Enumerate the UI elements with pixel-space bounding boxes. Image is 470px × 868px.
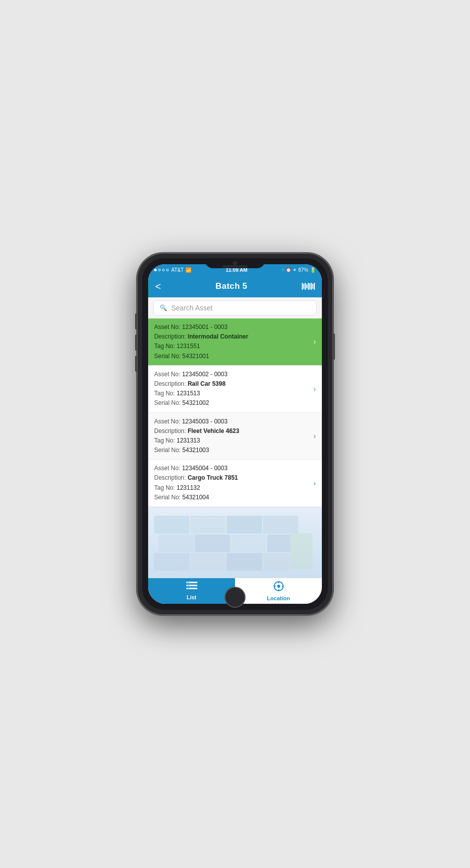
svg-rect-12 bbox=[290, 533, 312, 569]
asset-no-value-1: 12345001 - 0003 bbox=[182, 323, 227, 331]
tag-no-row-4: Tag No: 1231132 bbox=[154, 483, 310, 493]
asset-no-value-4: 12345004 - 0003 bbox=[182, 465, 227, 472]
asset-info-4: Asset No: 12345004 - 0003 Description: C… bbox=[154, 464, 310, 502]
description-row-1: Description: Intermodal Container bbox=[154, 332, 310, 342]
description-label-1: Description: bbox=[154, 333, 186, 340]
tag-no-row-1: Tag No: 1231551 bbox=[154, 342, 310, 351]
tab-list[interactable]: List bbox=[148, 578, 235, 604]
search-icon: 🔍 bbox=[160, 304, 167, 311]
svg-rect-5 bbox=[195, 534, 230, 552]
tag-no-value-1: 1231551 bbox=[177, 343, 200, 350]
asset-no-row-4: Asset No: 12345004 - 0003 bbox=[154, 464, 310, 473]
svg-rect-3 bbox=[263, 516, 299, 533]
svg-rect-8 bbox=[154, 553, 190, 571]
search-placeholder: Search Asset bbox=[171, 304, 213, 312]
tab-location-label: Location bbox=[267, 595, 290, 601]
description-value-2: Rail Car 5398 bbox=[188, 380, 225, 387]
description-label-3: Description: bbox=[154, 427, 186, 435]
svg-rect-16 bbox=[187, 582, 189, 583]
battery-icon: 🔋 bbox=[310, 267, 316, 273]
tab-list-label: List bbox=[187, 594, 197, 600]
serial-no-label-2: Serial No: bbox=[154, 399, 181, 406]
svg-rect-4 bbox=[159, 534, 194, 552]
svg-rect-11 bbox=[263, 553, 290, 571]
containers-svg bbox=[148, 507, 322, 578]
alarm-icon: ⏰ bbox=[286, 267, 291, 272]
asset-no-value-2: 12345002 - 0003 bbox=[182, 371, 227, 378]
svg-rect-17 bbox=[187, 585, 189, 586]
location-status-icon: ↑ bbox=[282, 267, 284, 272]
signal-dot-1 bbox=[154, 269, 157, 271]
screen: AT&T 📶 11:08 AM ↑ ⏰ ∗ 87% 🔋 < Batch 5 bbox=[148, 264, 322, 604]
description-value-4: Cargo Truck 7851 bbox=[188, 474, 238, 481]
tag-no-row-3: Tag No: 1231313 bbox=[154, 436, 310, 446]
status-left: AT&T 📶 bbox=[154, 267, 191, 273]
asset-info-1: Asset No: 12345001 - 0003 Description: I… bbox=[154, 322, 310, 361]
asset-item-4[interactable]: Asset No: 12345004 - 0003 Description: C… bbox=[148, 460, 322, 507]
serial-no-value-3: 54321003 bbox=[182, 447, 209, 454]
tag-no-label-3: Tag No: bbox=[154, 437, 175, 444]
header: < Batch 5 bbox=[148, 275, 322, 297]
camera bbox=[233, 261, 237, 265]
asset-no-label-1: Asset No: bbox=[154, 323, 180, 331]
description-value-1: Intermodal Container bbox=[188, 333, 249, 340]
barcode-bar bbox=[303, 284, 304, 289]
barcode-bar bbox=[306, 284, 307, 288]
page-title: Batch 5 bbox=[215, 281, 248, 291]
barcode-bar bbox=[314, 283, 315, 290]
svg-rect-9 bbox=[190, 553, 226, 571]
svg-point-20 bbox=[277, 585, 280, 588]
asset-info-2: Asset No: 12345002 - 0003 Description: R… bbox=[154, 370, 310, 408]
location-icon bbox=[273, 581, 284, 594]
chevron-icon-3: › bbox=[313, 432, 316, 440]
svg-rect-2 bbox=[226, 516, 262, 533]
barcode-bar bbox=[311, 283, 312, 290]
chevron-icon-2: › bbox=[313, 385, 316, 393]
svg-rect-6 bbox=[231, 534, 266, 552]
wifi-icon: 📶 bbox=[185, 267, 191, 273]
serial-no-label-3: Serial No: bbox=[154, 447, 181, 454]
asset-item-3[interactable]: Asset No: 12345003 - 0003 Description: F… bbox=[148, 413, 322, 460]
battery-label: 87% bbox=[298, 267, 308, 273]
barcode-bar bbox=[309, 283, 310, 289]
asset-no-value-3: 12345003 - 0003 bbox=[182, 418, 227, 425]
tag-no-value-2: 1231513 bbox=[177, 390, 200, 397]
search-box[interactable]: 🔍 Search Asset bbox=[153, 300, 317, 315]
phone-frame: AT&T 📶 11:08 AM ↑ ⏰ ∗ 87% 🔋 < Batch 5 bbox=[137, 253, 333, 615]
tag-no-label-1: Tag No: bbox=[154, 343, 175, 350]
asset-item-2[interactable]: Asset No: 12345002 - 0003 Description: R… bbox=[148, 366, 322, 413]
serial-no-label-1: Serial No: bbox=[154, 353, 181, 360]
status-right: ↑ ⏰ ∗ 87% 🔋 bbox=[282, 267, 316, 273]
barcode-bar bbox=[312, 284, 313, 289]
barcode-button[interactable] bbox=[302, 283, 315, 290]
description-row-4: Description: Cargo Truck 7851 bbox=[154, 473, 310, 483]
chevron-icon-1: › bbox=[313, 338, 316, 346]
barcode-bar bbox=[305, 283, 306, 290]
home-button[interactable] bbox=[224, 587, 246, 608]
tab-location[interactable]: Location bbox=[235, 578, 322, 604]
asset-list: Asset No: 12345001 - 0003 Description: I… bbox=[148, 318, 322, 578]
search-container: 🔍 Search Asset bbox=[148, 297, 322, 318]
barcode-bar bbox=[302, 283, 303, 290]
barcode-bar bbox=[308, 283, 309, 290]
asset-no-label-3: Asset No: bbox=[154, 418, 180, 425]
list-icon bbox=[186, 582, 197, 593]
back-button[interactable]: < bbox=[155, 281, 161, 292]
asset-item-1[interactable]: Asset No: 12345001 - 0003 Description: I… bbox=[148, 318, 322, 366]
background-image-area bbox=[148, 507, 322, 578]
bluetooth-icon: ∗ bbox=[293, 267, 297, 272]
speaker bbox=[222, 265, 248, 268]
asset-no-row-2: Asset No: 12345002 - 0003 bbox=[154, 370, 310, 379]
description-label-2: Description: bbox=[154, 380, 186, 387]
signal-dot-2 bbox=[158, 269, 161, 271]
serial-no-value-2: 54321002 bbox=[182, 399, 209, 406]
svg-rect-0 bbox=[154, 516, 190, 533]
asset-no-row-1: Asset No: 12345001 - 0003 bbox=[154, 322, 310, 332]
serial-no-value-4: 54321004 bbox=[182, 494, 209, 501]
serial-no-value-1: 54321001 bbox=[182, 353, 209, 360]
svg-rect-18 bbox=[187, 588, 189, 589]
tag-no-value-4: 1231132 bbox=[177, 484, 200, 491]
carrier-label: AT&T bbox=[171, 267, 184, 273]
asset-no-row-3: Asset No: 12345003 - 0003 bbox=[154, 417, 310, 426]
signal-dot-3 bbox=[162, 269, 165, 271]
